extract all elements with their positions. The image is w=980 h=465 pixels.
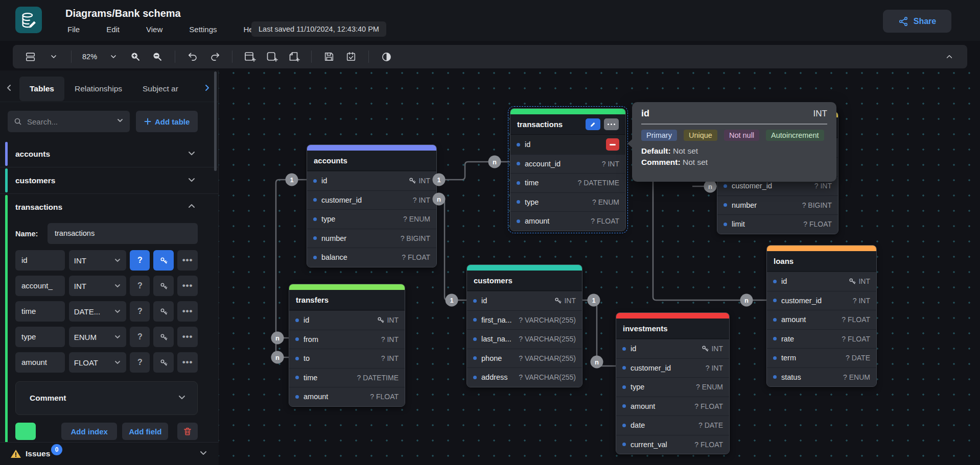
table-field-row[interactable]: term? DATE: [767, 348, 876, 368]
share-button[interactable]: Share: [883, 10, 951, 33]
add-field-button[interactable]: Add field: [122, 423, 168, 440]
tab-tables[interactable]: Tables: [19, 77, 64, 101]
field-type-select[interactable]: ENUM: [69, 327, 127, 347]
canvas-table-investments[interactable]: investmentsid INTcustomer_id? INTtype? E…: [616, 312, 730, 454]
menu-settings[interactable]: Settings: [186, 23, 220, 35]
table-field-row[interactable]: id INT: [289, 310, 405, 330]
theme-contrast-icon[interactable]: [379, 49, 394, 64]
zoom-level[interactable]: 82%: [81, 53, 98, 61]
sidebar-scrollbar[interactable]: [214, 71, 217, 171]
table-field-row[interactable]: amount? FLOAT: [289, 387, 405, 406]
add-table-icon[interactable]: [242, 49, 258, 64]
field-name-input[interactable]: id: [15, 250, 65, 271]
field-name-input[interactable]: amount: [15, 352, 65, 373]
field-nullable-toggle[interactable]: ?: [130, 250, 150, 271]
search-caret-icon[interactable]: [116, 117, 124, 126]
field-more-button[interactable]: •••: [177, 250, 198, 271]
table-field-row[interactable]: from? INT: [289, 330, 405, 349]
table-field-row[interactable]: id INT: [307, 171, 436, 190]
field-name-input[interactable]: account_: [15, 276, 65, 296]
field-type-select[interactable]: INT: [69, 276, 127, 296]
tab-subject-areas[interactable]: Subject ar: [132, 77, 189, 101]
tabs-scroll-left-icon[interactable]: [5, 84, 13, 94]
table-field-row[interactable]: balance? FLOAT: [307, 248, 436, 267]
table-field-row[interactable]: to? INT: [289, 349, 405, 368]
table-field-row[interactable]: phone? VARCHAR(255): [467, 349, 582, 368]
chevron-up-icon[interactable]: [188, 202, 196, 212]
field-type-select[interactable]: FLOAT: [69, 352, 127, 373]
table-name-input[interactable]: transactions: [48, 223, 198, 244]
sidebar-item-transactions[interactable]: transactions: [0, 194, 218, 220]
field-name-input[interactable]: time: [15, 301, 65, 322]
field-nullable-toggle[interactable]: ?: [130, 327, 150, 347]
field-more-button[interactable]: •••: [177, 301, 198, 322]
table-field-row[interactable]: type? ENUM: [510, 192, 625, 212]
table-header[interactable]: transactions: [510, 114, 625, 135]
sidebar-item-accounts[interactable]: accounts: [0, 141, 218, 167]
menu-view[interactable]: View: [143, 23, 166, 35]
table-field-row[interactable]: last_na...? VARCHAR(255): [467, 329, 582, 349]
menu-edit[interactable]: Edit: [103, 23, 123, 35]
delete-table-button[interactable]: [177, 423, 198, 440]
commit-check-icon[interactable]: [343, 49, 359, 64]
field-nullable-toggle[interactable]: ?: [130, 276, 150, 296]
add-table-button[interactable]: Add table: [136, 111, 198, 132]
field-primary-toggle[interactable]: [153, 250, 174, 271]
add-index-button[interactable]: Add index: [61, 423, 118, 440]
layout-caret-icon[interactable]: [46, 49, 61, 64]
table-field-row[interactable]: amount? FLOAT: [510, 211, 625, 231]
field-name-input[interactable]: type: [15, 327, 65, 347]
table-field-row[interactable]: id: [510, 135, 625, 154]
field-type-select[interactable]: INT: [69, 250, 127, 271]
tabs-scroll-right-icon[interactable]: [203, 84, 211, 94]
canvas-table-customers[interactable]: customersid INTfirst_na...? VARCHAR(255)…: [466, 264, 582, 387]
table-header[interactable]: loans: [767, 251, 876, 272]
table-field-row[interactable]: status? ENUM: [767, 368, 876, 387]
sidebar-item-customers[interactable]: customers: [0, 167, 218, 193]
table-field-row[interactable]: first_na...? VARCHAR(255): [467, 310, 582, 330]
field-more-button[interactable]: •••: [177, 276, 198, 296]
add-note-icon[interactable]: [286, 49, 301, 64]
table-field-row[interactable]: number? BIGINT: [717, 195, 838, 215]
field-primary-toggle[interactable]: [153, 352, 174, 373]
canvas-table-loans[interactable]: loansid INTcustomer_id? INTamount? FLOAT…: [766, 245, 877, 387]
table-field-row[interactable]: type? ENUM: [307, 209, 436, 229]
canvas-table-accounts[interactable]: accountsid INTcustomer_id? INTtype? ENUM…: [307, 144, 437, 267]
zoom-out-icon[interactable]: [150, 49, 165, 64]
table-field-row[interactable]: current_val? FLOAT: [616, 435, 729, 454]
layout-icon[interactable]: [23, 49, 38, 64]
table-header[interactable]: customers: [467, 271, 582, 291]
table-field-row[interactable]: amount? FLOAT: [616, 397, 729, 416]
save-icon[interactable]: [321, 49, 337, 64]
field-more-button[interactable]: •••: [177, 327, 198, 347]
redo-icon[interactable]: [207, 49, 222, 64]
table-field-row[interactable]: customer_id? INT: [767, 291, 876, 310]
table-field-row[interactable]: limit? FLOAT: [717, 214, 838, 234]
app-logo-icon[interactable]: [15, 7, 42, 33]
field-nullable-toggle[interactable]: ?: [130, 352, 150, 373]
table-more-button[interactable]: [604, 118, 619, 130]
field-primary-toggle[interactable]: [153, 301, 174, 322]
field-nullable-toggle[interactable]: ?: [130, 301, 150, 322]
field-primary-toggle[interactable]: [153, 276, 174, 296]
table-header[interactable]: transfers: [289, 290, 405, 310]
issues-bar[interactable]: Issues 0: [0, 442, 219, 465]
table-field-row[interactable]: type? ENUM: [616, 377, 729, 397]
field-type-select[interactable]: DATE...: [69, 301, 127, 322]
tab-relationships[interactable]: Relationships: [64, 77, 132, 101]
table-field-row[interactable]: amount? FLOAT: [767, 310, 876, 329]
table-field-row[interactable]: id INT: [467, 291, 582, 310]
field-primary-toggle[interactable]: [153, 327, 174, 347]
canvas-table-transfers[interactable]: transfersid INTfrom? INTto? INTtime? DAT…: [289, 284, 405, 407]
table-field-row[interactable]: id INT: [767, 272, 876, 291]
table-field-row[interactable]: date? DATE: [616, 415, 729, 435]
diagram-canvas[interactable]: accountsid INTcustomer_id? INTtype? ENUM…: [219, 70, 980, 465]
table-header[interactable]: accounts: [307, 151, 436, 171]
table-field-row[interactable]: account_id? INT: [510, 154, 625, 174]
chevron-down-icon[interactable]: [199, 449, 207, 459]
undo-icon[interactable]: [185, 49, 200, 64]
chevron-down-icon[interactable]: [188, 176, 196, 186]
edit-table-button[interactable]: [586, 118, 600, 130]
table-header[interactable]: investments: [616, 319, 729, 339]
table-field-row[interactable]: time? DATETIME: [289, 368, 405, 387]
